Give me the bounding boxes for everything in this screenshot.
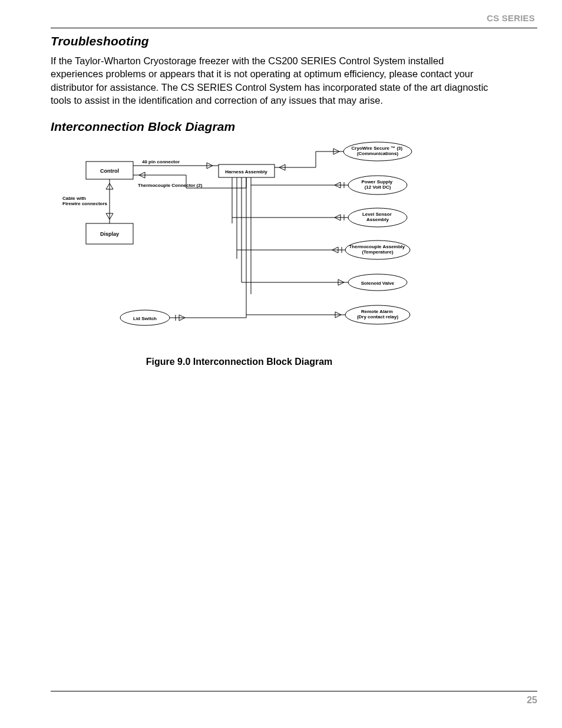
cryowire-label: CryoWire Secure ™ (3) (Communications) <box>352 146 404 156</box>
thermo-conn-label: Thermocouple Connector (2) <box>138 183 203 188</box>
page-number: 25 <box>51 695 537 706</box>
level-label: Level Sensor Assembly <box>362 212 393 222</box>
remote-label: Remote Alarm (Dry contact relay) <box>357 309 399 319</box>
lid-label: Lid Switch <box>133 316 157 321</box>
solenoid-label: Solenoid Valve <box>361 281 395 286</box>
bottom-rule <box>51 691 537 691</box>
control-label: Control <box>100 168 119 174</box>
top-rule <box>51 28 537 28</box>
display-label: Display <box>100 231 119 237</box>
thermo-label: Thermocouple Assembly (Temperature) <box>349 244 406 255</box>
pin40-label: 40 pin connector <box>142 159 180 164</box>
figure-caption: Figure 9.0 Interconnection Block Diagram <box>62 357 416 367</box>
harness-label: Harness Assembly <box>225 169 267 174</box>
cable-firewire-label: Cable with Firewire connectors <box>62 196 108 206</box>
power-label: Power Supply (12 Volt DC) <box>361 179 394 190</box>
interconnection-diagram: Control Display Cable with Firewire conn… <box>62 141 428 347</box>
diagram-heading: Interconnection Block Diagram <box>51 120 537 134</box>
troubleshooting-body: If the Taylor-Wharton Cryostorage freeze… <box>51 54 498 107</box>
troubleshooting-heading: Troubleshooting <box>51 34 537 48</box>
diagram-figure: Control Display Cable with Firewire conn… <box>62 141 537 367</box>
header-brand: CS SERIES <box>51 13 537 23</box>
